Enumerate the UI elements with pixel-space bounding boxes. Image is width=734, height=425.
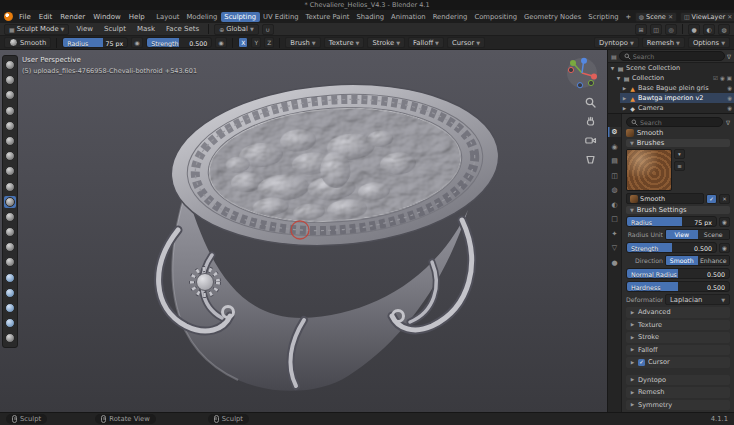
unlink-brush-button[interactable]: ✕ — [719, 194, 730, 204]
tab-scripting[interactable]: Scripting — [585, 12, 622, 22]
sculpt-tool-icon[interactable] — [4, 59, 16, 71]
viewport-3d[interactable]: User Perspective (5) uploads_files-47669… — [0, 50, 607, 412]
sculpt-tool-icon[interactable] — [4, 272, 16, 284]
checkbox-icon[interactable]: ☑ — [713, 75, 718, 81]
brush-panel-dropdown[interactable]: Brush▼ — [285, 37, 320, 48]
filter-icon[interactable]: ∇ — [727, 53, 731, 60]
caret-icon[interactable]: ▶ — [622, 86, 627, 91]
snap-magnet-toggle[interactable]: ∪ — [262, 24, 274, 35]
tab-animation[interactable]: Animation — [388, 12, 430, 22]
modifiers-tab[interactable]: ✦ — [608, 229, 621, 239]
tab-texture-paint[interactable]: Texture Paint — [302, 12, 353, 22]
remesh-dropdown[interactable]: Remesh▼ — [642, 37, 685, 48]
outliner-row-collection[interactable]: ▼ ▤ Collection ☑ ◉ ▣ — [614, 73, 734, 83]
blender-logo-icon[interactable] — [4, 12, 13, 21]
sculpt-tool-icon[interactable] — [4, 181, 16, 193]
hide-eye-icon[interactable]: ◉ — [720, 75, 725, 81]
falloff-section[interactable]: ▶Falloff — [626, 345, 730, 356]
tab-geometry-nodes[interactable]: Geometry Nodes — [521, 12, 585, 22]
xray-toggle[interactable]: ◎ — [665, 24, 677, 35]
radius-slider[interactable]: Radius 75 px — [626, 216, 717, 227]
output-tab[interactable]: ▤ — [608, 156, 621, 166]
render-tab[interactable]: ◉ — [608, 142, 621, 152]
sculpt-tool-icon[interactable] — [4, 241, 16, 253]
caret-icon[interactable]: ▶ — [622, 96, 627, 101]
properties-search-input[interactable] — [640, 119, 718, 126]
sculpt-tool-icon[interactable] — [4, 302, 16, 314]
radius-pressure-toggle[interactable]: ◉ — [719, 217, 730, 227]
sculpt-tool-icon[interactable] — [4, 89, 16, 101]
outliner-search[interactable] — [619, 51, 725, 61]
outliner-row-bawtga[interactable]: ▶ ▲ Bawtga imperion v2 ◉ — [620, 93, 734, 103]
scene-tab[interactable]: ◍ — [608, 185, 621, 195]
active-smooth-brush-icon[interactable] — [4, 196, 16, 208]
caret-icon[interactable]: ▼ — [610, 66, 615, 71]
symmetry-y-toggle[interactable]: Y — [251, 37, 261, 48]
direction-enhance[interactable]: Enhance — [698, 256, 730, 265]
active-brush-button[interactable]: Smooth — [4, 37, 51, 48]
brush-name-field[interactable]: Smooth — [626, 193, 704, 204]
hide-eye-icon[interactable]: ◉ — [727, 95, 732, 101]
brush-preview-thumbnail[interactable] — [626, 149, 672, 191]
object-tab[interactable]: □ — [608, 214, 621, 224]
brush-browse-button[interactable]: ▾ — [674, 149, 685, 159]
cursor-panel-dropdown[interactable]: Cursor▼ — [447, 37, 485, 48]
camera-view-icon[interactable] — [584, 134, 597, 147]
solid-shading-icon[interactable]: ● — [688, 24, 700, 35]
sculpt-tool-icon[interactable] — [4, 211, 16, 223]
menu-render[interactable]: Render — [56, 13, 89, 21]
ring-model-canvas[interactable] — [0, 50, 607, 412]
sculpt-tool-icon[interactable] — [4, 135, 16, 147]
tab-layout[interactable]: Layout — [153, 12, 183, 22]
view-layer-tab[interactable]: ◫ — [608, 171, 621, 181]
caret-icon[interactable]: ▼ — [616, 76, 621, 81]
sculpt-tool-icon[interactable] — [4, 332, 16, 344]
tab-shading[interactable]: Shading — [353, 12, 388, 22]
brush-enabled-check[interactable]: ✓ — [706, 194, 717, 204]
rendered-shading-icon[interactable]: ◍ — [718, 24, 730, 35]
material-shading-icon[interactable]: ◐ — [703, 24, 715, 35]
symmetry-section[interactable]: ▶Symmetry — [626, 400, 730, 411]
falloff-panel-dropdown[interactable]: Falloff▼ — [408, 37, 444, 48]
viewlayer-selector[interactable]: ◫ ViewLayer ✕ — [680, 12, 734, 22]
object-data-tab[interactable]: ▽ — [608, 243, 621, 253]
hardness-slider[interactable]: Hardness 0.500 — [626, 281, 730, 292]
outliner-row-scene-collection[interactable]: ▼ ▤ Scene Collection — [608, 63, 734, 73]
radius-unit-scene[interactable]: Scene — [698, 230, 730, 239]
world-tab[interactable]: ◐ — [608, 200, 621, 210]
transform-orientation-dropdown[interactable]: ⊕ Global ▼ — [214, 24, 259, 35]
radius-slider[interactable]: Radius 75 px — [62, 37, 128, 48]
viewlayer-unlink-icon[interactable]: ✕ — [727, 13, 732, 20]
hide-eye-icon[interactable]: ◉ — [727, 105, 732, 111]
texture-section[interactable]: ▶Texture — [626, 320, 730, 331]
brush-settings-panel-header[interactable]: ▼ Brush Settings — [626, 206, 730, 214]
scene-selector[interactable]: ◍ Scene ✕ — [635, 12, 677, 22]
tab-sculpting[interactable]: Sculpting — [221, 12, 260, 22]
outliner-search-input[interactable] — [633, 53, 720, 60]
strength-pressure-toggle[interactable]: ◉ — [215, 37, 227, 48]
cursor-checkbox[interactable]: ✓ — [638, 359, 645, 366]
dyntopo-dropdown[interactable]: Dyntopo▼ — [594, 37, 639, 48]
menu-window[interactable]: Window — [89, 13, 125, 21]
sculpt-tool-icon[interactable] — [4, 317, 16, 329]
add-workspace-button[interactable]: + — [622, 12, 635, 22]
deformation-dropdown[interactable]: Laplacian ▼ — [665, 294, 730, 305]
brushes-panel-header[interactable]: ▼ Brushes — [626, 139, 730, 147]
material-tab[interactable]: ● — [608, 258, 621, 268]
sculpt-tool-icon[interactable] — [4, 287, 16, 299]
sculpt-tool-icon[interactable] — [4, 105, 16, 117]
filter-icon[interactable]: ∇ — [726, 119, 730, 126]
show-gizmo-toggle[interactable]: ⊞ — [635, 24, 647, 35]
strength-pressure-toggle[interactable]: ◉ — [719, 243, 730, 253]
sculpt-tool-icon[interactable] — [4, 165, 16, 177]
menu-face-sets[interactable]: Face Sets — [162, 25, 203, 33]
zoom-icon[interactable] — [584, 96, 597, 109]
brush-asset-button[interactable]: ≡ — [674, 161, 685, 171]
normal-radius-slider[interactable]: Normal Radius 0.500 — [626, 268, 730, 279]
menu-help[interactable]: Help — [125, 13, 149, 21]
symmetry-z-toggle[interactable]: Z — [264, 37, 274, 48]
scene-unlink-icon[interactable]: ✕ — [668, 13, 673, 20]
direction-smooth[interactable]: Smooth — [666, 256, 698, 265]
dyntopo-section[interactable]: ▶Dyntopo — [626, 375, 730, 386]
strength-slider[interactable]: Strength 0.500 — [146, 37, 212, 48]
